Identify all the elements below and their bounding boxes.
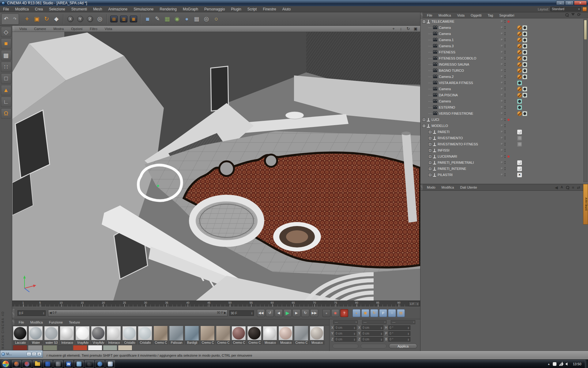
protection-tag-icon[interactable] bbox=[517, 50, 522, 55]
menu-item-vista[interactable]: Vista bbox=[454, 12, 468, 18]
object-row[interactable]: Camera.3 bbox=[420, 43, 588, 49]
menu-item-mesh[interactable]: Mesh bbox=[90, 6, 105, 12]
object-name[interactable]: RIVESTIMENTO bbox=[438, 136, 463, 140]
object-name[interactable]: Camera.3 bbox=[439, 44, 454, 48]
material-thumbnail[interactable] bbox=[107, 326, 121, 340]
object-manager-scrollbar[interactable] bbox=[583, 19, 587, 182]
object-name[interactable]: FITENESS DISCOBOLO bbox=[439, 56, 476, 60]
word-icon[interactable]: W bbox=[64, 360, 73, 368]
visibility-dot-icon[interactable] bbox=[501, 167, 503, 170]
material-thumbnail[interactable] bbox=[153, 326, 168, 340]
object-row[interactable]: −TELECAMERE bbox=[420, 18, 588, 25]
object-row[interactable]: +LUCERNARI bbox=[420, 153, 588, 159]
protection-tag-icon[interactable] bbox=[517, 32, 522, 36]
material-thumbnail[interactable] bbox=[169, 326, 183, 340]
viewport[interactable]: VistaCamereMostraOpzioniFiltroVista +↕↻▣ bbox=[12, 26, 420, 301]
material-item[interactable]: Bardigli bbox=[185, 326, 200, 345]
visibility-toggles[interactable] bbox=[501, 38, 506, 41]
visibility-toggles[interactable] bbox=[501, 106, 506, 109]
volume-icon[interactable] bbox=[565, 362, 567, 366]
axis-mode-icon[interactable]: ∟ bbox=[1, 97, 11, 107]
expand-toggle-icon[interactable]: + bbox=[428, 161, 432, 164]
expand-toggle-icon[interactable]: + bbox=[428, 136, 432, 140]
camera-tag-icon[interactable] bbox=[522, 50, 527, 55]
keyframe-selection-button[interactable]: ? bbox=[340, 309, 348, 317]
menu-item-opzioni[interactable]: Opzioni bbox=[67, 26, 86, 32]
redo-icon[interactable]: ↷ bbox=[13, 17, 16, 21]
toggle-view-icon[interactable]: ▣ bbox=[413, 26, 418, 31]
object-name[interactable]: VERSO FINESTRONE bbox=[439, 112, 473, 115]
lock-x-icon[interactable]: X bbox=[66, 14, 75, 24]
menu-item-modifica[interactable]: Modifica bbox=[439, 184, 457, 190]
visibility-dot-icon[interactable] bbox=[501, 125, 503, 127]
autokey-button[interactable]: ◉ bbox=[331, 309, 339, 317]
object-row[interactable]: FITENESS DISCOBOLO bbox=[420, 55, 588, 61]
visibility-toggles[interactable] bbox=[501, 118, 510, 121]
material-item[interactable]: Cremo C bbox=[247, 326, 262, 345]
coord-system-icon[interactable]: ◎ bbox=[95, 14, 105, 24]
protection-tag-icon[interactable] bbox=[517, 111, 522, 116]
protection-tag-icon[interactable] bbox=[517, 44, 522, 48]
folder-icon[interactable] bbox=[33, 360, 42, 368]
protection-tag-icon[interactable] bbox=[517, 62, 522, 67]
add-spline-icon[interactable]: ✎ bbox=[153, 14, 162, 24]
protection-tag-icon[interactable] bbox=[517, 93, 522, 98]
size-dropdown[interactable]: — bbox=[362, 320, 386, 324]
key-scale-button[interactable]: ▣ bbox=[361, 309, 369, 317]
visibility-dot-icon[interactable] bbox=[501, 100, 503, 102]
list-icon[interactable]: ≡ bbox=[572, 185, 575, 190]
scrollbar-thumb[interactable] bbox=[584, 20, 587, 40]
menu-item-texture[interactable]: Texture bbox=[66, 319, 83, 325]
lock-z-icon[interactable]: Z bbox=[85, 14, 95, 24]
close-button[interactable]: × bbox=[574, 1, 587, 5]
material-item[interactable]: Mosaico bbox=[278, 326, 293, 345]
menu-item-selezione[interactable]: Selezione bbox=[46, 6, 68, 12]
visibility-toggles[interactable] bbox=[501, 100, 506, 103]
object-row[interactable]: Camera bbox=[420, 31, 588, 37]
visibility-dot-icon[interactable] bbox=[501, 174, 503, 176]
coordinate-field[interactable]: 0 cm bbox=[361, 325, 383, 330]
visibility-dot-icon[interactable] bbox=[501, 63, 503, 66]
scale-mode-dropdown[interactable] bbox=[361, 344, 386, 348]
visibility-toggles[interactable] bbox=[501, 130, 506, 133]
menu-item-rendering[interactable]: Rendering bbox=[157, 6, 180, 12]
visibility-toggles[interactable] bbox=[501, 75, 506, 78]
drag-handle-icon[interactable] bbox=[12, 319, 14, 325]
object-row[interactable]: INGRESSO SAUNA bbox=[420, 61, 588, 67]
visibility-toggles[interactable] bbox=[501, 136, 506, 140]
app-window-icon[interactable] bbox=[74, 360, 84, 368]
show-desktop-button[interactable] bbox=[585, 360, 588, 368]
coordinate-field[interactable]: 0 cm bbox=[361, 337, 383, 342]
firefox-icon[interactable] bbox=[12, 360, 21, 368]
menu-item-finestre[interactable]: Finestre bbox=[260, 6, 279, 12]
material-tag-icon[interactable] bbox=[517, 167, 522, 171]
object-name[interactable]: Camera.2 bbox=[439, 75, 454, 79]
material-tag-icon[interactable]: × bbox=[517, 173, 522, 177]
material-thumbnail[interactable] bbox=[28, 326, 43, 340]
render-settings-icon[interactable]: ▦ bbox=[129, 14, 138, 24]
key-pla-button[interactable]: ∷ bbox=[388, 309, 396, 317]
swap-icon[interactable]: ⇄ bbox=[577, 185, 580, 190]
last-tool-icon[interactable]: ◆ bbox=[51, 14, 61, 24]
camera-tag-icon[interactable] bbox=[522, 68, 527, 73]
expand-toggle-icon[interactable]: + bbox=[428, 155, 432, 158]
material-thumbnail[interactable] bbox=[232, 326, 246, 340]
object-row[interactable]: +PILASTRI× bbox=[420, 172, 588, 178]
expand-toggle-icon[interactable]: + bbox=[428, 130, 432, 134]
camera-tag-icon[interactable] bbox=[522, 44, 527, 48]
object-name[interactable]: PARETI bbox=[438, 130, 450, 134]
material-thumbnail[interactable] bbox=[75, 326, 90, 340]
visibility-dot-icon[interactable] bbox=[501, 149, 503, 151]
polygons-mode-icon[interactable]: ▲ bbox=[1, 85, 11, 95]
material-item[interactable]: Cristallo bbox=[122, 326, 137, 345]
material-tag-icon[interactable] bbox=[517, 160, 522, 165]
attributes-side-tab[interactable]: Attributi bbox=[583, 184, 588, 224]
camera-tag-icon[interactable] bbox=[522, 111, 527, 116]
material-item[interactable]: Cremo C bbox=[294, 326, 309, 345]
material-thumbnail[interactable] bbox=[216, 326, 230, 340]
end-frame-field[interactable]: 90 F bbox=[229, 310, 254, 316]
add-cube-icon[interactable]: ■ bbox=[143, 14, 153, 24]
visibility-dot-icon[interactable] bbox=[501, 26, 503, 29]
drag-handle-icon[interactable] bbox=[420, 184, 423, 190]
camera-tag-icon[interactable] bbox=[522, 25, 527, 30]
